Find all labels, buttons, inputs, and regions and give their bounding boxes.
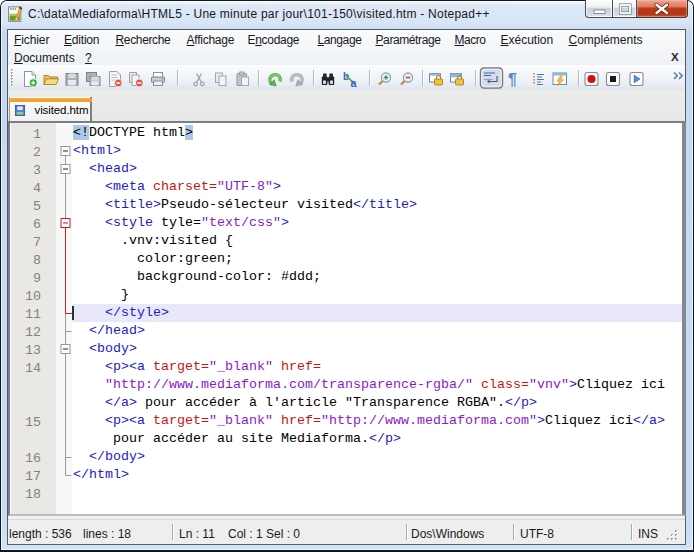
- svg-text:a: a: [351, 77, 358, 89]
- svg-text:¶: ¶: [508, 71, 517, 88]
